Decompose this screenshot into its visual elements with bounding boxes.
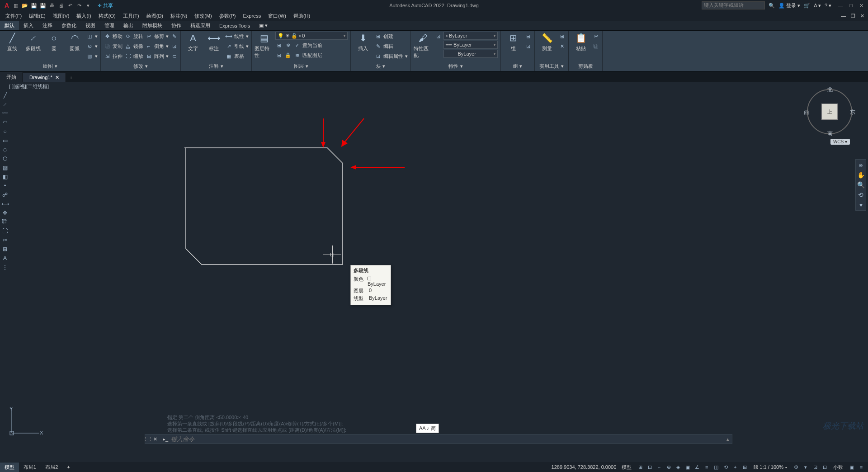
ortho-icon[interactable]: ⌐: [655, 463, 663, 471]
tab-addins[interactable]: 附加模块: [138, 21, 167, 30]
lineweight-dropdown[interactable]: ━━ ByLayer▾: [443, 41, 498, 49]
gear-icon[interactable]: ⚙: [792, 463, 800, 471]
props-tool-1[interactable]: ⊡: [434, 32, 442, 41]
login-button[interactable]: 👤 登录 ▾: [778, 2, 800, 9]
tool-move-icon[interactable]: ✥: [1, 209, 9, 217]
mirror-button[interactable]: ⧋镜像: [124, 42, 143, 51]
menu-dimension[interactable]: 标注(N): [167, 12, 191, 20]
cart-icon[interactable]: 🛒: [804, 3, 810, 9]
viewcube-top[interactable]: 上: [821, 104, 838, 120]
clip-tool-1[interactable]: ✂: [592, 32, 599, 41]
minimize-icon[interactable]: —: [835, 3, 845, 8]
tool-arc-icon[interactable]: ◠: [1, 118, 9, 127]
dim-button[interactable]: ⟷标注: [204, 32, 223, 52]
menu-modify[interactable]: 修改(M): [191, 12, 216, 20]
layout-add-icon[interactable]: +: [62, 463, 74, 471]
tool-rect-icon[interactable]: ▭: [1, 137, 9, 145]
group-button[interactable]: ⊞组: [504, 32, 523, 52]
line-button[interactable]: ╱直线: [3, 32, 22, 52]
polar-icon[interactable]: ⊕: [665, 463, 673, 471]
tab-featured[interactable]: 精选应用: [186, 21, 215, 30]
qat-undo-icon[interactable]: ↶: [66, 1, 74, 9]
qat-plot-icon[interactable]: 🖶: [48, 1, 56, 9]
nav-orbit-icon[interactable]: ⟲: [858, 191, 863, 198]
workspace-icon[interactable]: ▾: [802, 463, 810, 471]
tool-region-icon[interactable]: ◧: [1, 173, 9, 181]
util-tool-1[interactable]: ⊞: [558, 32, 566, 41]
command-line[interactable]: ⋮⋮ ✕ ▸_ ▴: [145, 434, 732, 444]
draw-misc-2[interactable]: ⊙▾: [86, 42, 98, 51]
tab-insert[interactable]: 插入: [19, 21, 38, 30]
tool-block-icon[interactable]: ☍: [1, 191, 9, 199]
tool-text-icon[interactable]: A: [1, 254, 9, 262]
doc-minimize-icon[interactable]: —: [839, 13, 848, 19]
layer-tool-2[interactable]: ⊟: [275, 51, 283, 60]
qat-redo-icon[interactable]: ↷: [75, 1, 83, 9]
ime-indicator[interactable]: AA ♪ 简: [416, 424, 439, 433]
menu-edit[interactable]: 编辑(E): [25, 12, 49, 20]
menu-view[interactable]: 视图(V): [49, 12, 73, 20]
layer-props-button[interactable]: ▤图层特性: [255, 32, 274, 59]
tab-manage[interactable]: 管理: [100, 21, 119, 30]
command-input[interactable]: [171, 436, 724, 443]
qat-open-icon[interactable]: 📂: [21, 1, 29, 9]
maximize-icon[interactable]: □: [847, 3, 855, 8]
move-button[interactable]: ✥移动: [104, 32, 123, 41]
lweight-icon[interactable]: ≡: [703, 463, 711, 471]
arc-button[interactable]: ◠圆弧: [65, 32, 84, 52]
ucs-icon[interactable]: Y X: [7, 406, 43, 439]
color-dropdown[interactable]: ▫ ByLayer▾: [443, 32, 498, 40]
search-icon[interactable]: 🔍: [769, 3, 775, 9]
fillet-button[interactable]: ⌐倒角 ▾: [145, 42, 169, 51]
tab-annotate[interactable]: 注释: [38, 21, 57, 30]
model-tab[interactable]: 模型: [0, 463, 19, 472]
search-box[interactable]: 键入关键字或短语: [702, 1, 765, 9]
tab-drawing1[interactable]: Drawing1* ✕: [23, 73, 66, 82]
copy-button[interactable]: ⿻复制: [104, 42, 123, 51]
doc-close-icon[interactable]: ✕: [859, 13, 866, 19]
share-button[interactable]: ✈ 共享: [98, 2, 113, 9]
linear-button[interactable]: ⟷线性 ▾: [225, 32, 249, 41]
tool-polygon-icon[interactable]: ⬡: [1, 155, 9, 163]
anno-vis-icon[interactable]: ⊡: [811, 463, 819, 471]
tab-start[interactable]: 开始: [0, 72, 23, 82]
layout2-tab[interactable]: 布局2: [41, 463, 62, 472]
block-create[interactable]: ⊞创建: [374, 32, 408, 41]
osnap-icon[interactable]: ▣: [684, 463, 692, 471]
group-tool-2[interactable]: ⊡: [524, 42, 532, 51]
otrack-icon[interactable]: ∠: [693, 463, 701, 471]
util-tool-2[interactable]: ✕: [558, 42, 566, 51]
circle-button[interactable]: ○圆: [44, 32, 63, 52]
modify-misc-2[interactable]: ⊡: [170, 42, 178, 51]
rotate-button[interactable]: ⟳旋转: [124, 32, 143, 41]
modify-misc-1[interactable]: ✎: [170, 32, 178, 41]
trim-button[interactable]: ✂修剪 ▾: [145, 32, 169, 41]
menu-format[interactable]: 格式(O): [95, 12, 119, 20]
menu-file[interactable]: 文件(F): [2, 12, 25, 20]
tool-circle-icon[interactable]: ○: [1, 127, 9, 136]
view-cube[interactable]: 上 北 南 东 西: [805, 87, 854, 137]
layer-tool-3[interactable]: ❄: [284, 41, 292, 50]
viewport-label[interactable]: [-][俯视][二维线框]: [9, 83, 49, 90]
menu-help[interactable]: 帮助(H): [290, 12, 314, 20]
drawing-canvas[interactable]: [-][俯视][二维线框] ╱ ⟋ 〰 ◠ ○ ▭ ⬭ ⬡ ▨ ◧ • ☍ ⟷ …: [0, 82, 868, 445]
qat-new-icon[interactable]: ▥: [12, 1, 20, 9]
grid-icon[interactable]: ⊞: [636, 463, 644, 471]
block-attr[interactable]: ⊡编辑属性 ▾: [374, 52, 408, 61]
block-edit[interactable]: ✎编辑: [374, 42, 408, 51]
tab-output[interactable]: 输出: [119, 21, 138, 30]
layer-dropdown[interactable]: 💡 ☀ 🔓 ▫ 0▾: [275, 32, 348, 40]
draw-misc-3[interactable]: ▧▾: [86, 52, 98, 61]
layer-match[interactable]: ≋匹配图层: [293, 51, 322, 60]
tab-default[interactable]: 默认: [0, 21, 19, 30]
cmdline-close-icon[interactable]: ✕: [151, 436, 160, 442]
isodraft-icon[interactable]: ◈: [674, 463, 682, 471]
layer-tool-4[interactable]: 🔒: [284, 51, 292, 60]
stretch-button[interactable]: ⇲拉伸: [104, 52, 123, 61]
measure-button[interactable]: 📏测量: [538, 32, 557, 52]
coordinates-display[interactable]: 1289.9034, 728.3822, 0.0000: [548, 464, 620, 470]
cycle-icon[interactable]: ⟲: [722, 463, 730, 471]
qat-print-icon[interactable]: 🖨: [57, 1, 65, 9]
menu-express[interactable]: Express: [239, 12, 264, 19]
tab-collab[interactable]: 协作: [167, 21, 186, 30]
